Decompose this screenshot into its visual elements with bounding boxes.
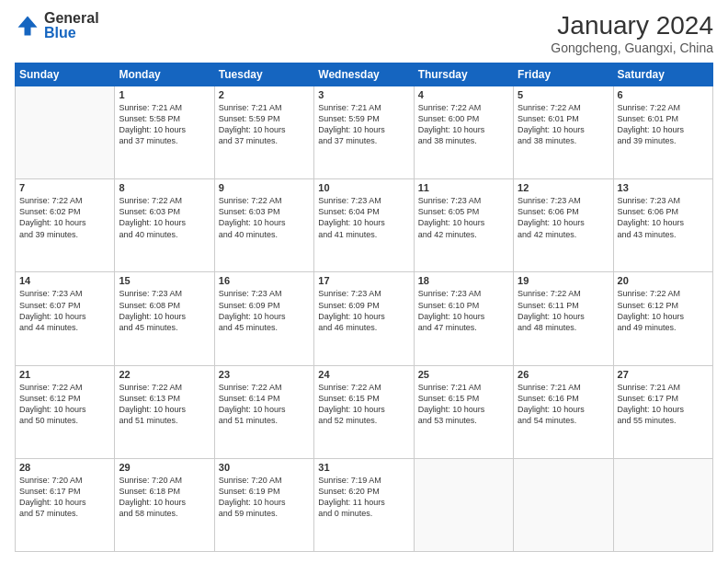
day-number: 19 bbox=[518, 275, 609, 286]
header: General Blue January 2024 Gongcheng, Gua… bbox=[15, 11, 713, 55]
day-info: Sunrise: 7:22 AM Sunset: 6:12 PM Dayligh… bbox=[19, 382, 110, 427]
day-number: 16 bbox=[219, 275, 310, 286]
day-number: 3 bbox=[318, 89, 409, 100]
day-number: 4 bbox=[418, 89, 509, 100]
day-cell: 19Sunrise: 7:22 AM Sunset: 6:11 PM Dayli… bbox=[514, 272, 613, 365]
location: Gongcheng, Guangxi, China bbox=[551, 40, 713, 55]
calendar-table: SundayMondayTuesdayWednesdayThursdayFrid… bbox=[15, 63, 713, 552]
day-cell: 27Sunrise: 7:21 AM Sunset: 6:17 PM Dayli… bbox=[613, 365, 712, 458]
col-header-sunday: Sunday bbox=[16, 63, 115, 86]
day-info: Sunrise: 7:21 AM Sunset: 6:17 PM Dayligh… bbox=[618, 382, 709, 427]
day-cell: 6Sunrise: 7:22 AM Sunset: 6:01 PM Daylig… bbox=[613, 86, 712, 179]
day-cell bbox=[613, 458, 712, 551]
day-number: 6 bbox=[618, 89, 709, 100]
day-cell: 28Sunrise: 7:20 AM Sunset: 6:17 PM Dayli… bbox=[16, 458, 115, 551]
day-number: 15 bbox=[119, 275, 210, 286]
month-year: January 2024 bbox=[551, 11, 713, 40]
day-info: Sunrise: 7:22 AM Sunset: 6:13 PM Dayligh… bbox=[119, 382, 210, 427]
week-row-1: 1Sunrise: 7:21 AM Sunset: 5:58 PM Daylig… bbox=[16, 86, 713, 179]
day-info: Sunrise: 7:20 AM Sunset: 6:17 PM Dayligh… bbox=[19, 475, 110, 520]
day-cell: 13Sunrise: 7:23 AM Sunset: 6:06 PM Dayli… bbox=[613, 179, 712, 272]
day-cell: 4Sunrise: 7:22 AM Sunset: 6:00 PM Daylig… bbox=[414, 86, 513, 179]
day-number: 27 bbox=[618, 369, 709, 380]
day-info: Sunrise: 7:21 AM Sunset: 5:58 PM Dayligh… bbox=[119, 102, 210, 147]
day-number: 11 bbox=[418, 182, 509, 193]
logo-blue-text: Blue bbox=[44, 26, 99, 40]
day-cell: 22Sunrise: 7:22 AM Sunset: 6:13 PM Dayli… bbox=[115, 365, 214, 458]
day-info: Sunrise: 7:23 AM Sunset: 6:10 PM Dayligh… bbox=[418, 288, 509, 333]
day-info: Sunrise: 7:19 AM Sunset: 6:20 PM Dayligh… bbox=[318, 475, 409, 520]
day-cell bbox=[514, 458, 613, 551]
col-header-thursday: Thursday bbox=[414, 63, 513, 86]
day-number: 12 bbox=[518, 182, 609, 193]
day-info: Sunrise: 7:22 AM Sunset: 6:03 PM Dayligh… bbox=[119, 195, 210, 240]
day-cell: 16Sunrise: 7:23 AM Sunset: 6:09 PM Dayli… bbox=[214, 272, 313, 365]
day-info: Sunrise: 7:21 AM Sunset: 5:59 PM Dayligh… bbox=[219, 102, 310, 147]
col-header-tuesday: Tuesday bbox=[214, 63, 313, 86]
page: General Blue January 2024 Gongcheng, Gua… bbox=[0, 0, 728, 563]
day-cell: 11Sunrise: 7:23 AM Sunset: 6:05 PM Dayli… bbox=[414, 179, 513, 272]
day-number: 14 bbox=[19, 275, 110, 286]
day-number: 23 bbox=[219, 369, 310, 380]
day-info: Sunrise: 7:21 AM Sunset: 6:15 PM Dayligh… bbox=[418, 382, 509, 427]
title-block: January 2024 Gongcheng, Guangxi, China bbox=[551, 11, 713, 55]
day-cell: 24Sunrise: 7:22 AM Sunset: 6:15 PM Dayli… bbox=[314, 365, 414, 458]
day-cell: 25Sunrise: 7:21 AM Sunset: 6:15 PM Dayli… bbox=[414, 365, 513, 458]
day-number: 7 bbox=[19, 182, 110, 193]
day-cell: 10Sunrise: 7:23 AM Sunset: 6:04 PM Dayli… bbox=[314, 179, 414, 272]
day-info: Sunrise: 7:22 AM Sunset: 6:14 PM Dayligh… bbox=[219, 382, 310, 427]
week-row-2: 7Sunrise: 7:22 AM Sunset: 6:02 PM Daylig… bbox=[16, 179, 713, 272]
day-cell bbox=[16, 86, 115, 179]
day-cell: 23Sunrise: 7:22 AM Sunset: 6:14 PM Dayli… bbox=[214, 365, 313, 458]
day-info: Sunrise: 7:22 AM Sunset: 6:12 PM Dayligh… bbox=[618, 288, 709, 333]
day-info: Sunrise: 7:20 AM Sunset: 6:18 PM Dayligh… bbox=[119, 475, 210, 520]
col-header-wednesday: Wednesday bbox=[314, 63, 414, 86]
day-info: Sunrise: 7:23 AM Sunset: 6:08 PM Dayligh… bbox=[119, 288, 210, 333]
day-info: Sunrise: 7:23 AM Sunset: 6:06 PM Dayligh… bbox=[518, 195, 609, 240]
day-cell bbox=[414, 458, 513, 551]
day-number: 8 bbox=[119, 182, 210, 193]
day-cell: 18Sunrise: 7:23 AM Sunset: 6:10 PM Dayli… bbox=[414, 272, 513, 365]
logo-text: General Blue bbox=[44, 11, 99, 40]
day-info: Sunrise: 7:23 AM Sunset: 6:09 PM Dayligh… bbox=[219, 288, 310, 333]
day-cell: 15Sunrise: 7:23 AM Sunset: 6:08 PM Dayli… bbox=[115, 272, 214, 365]
day-cell: 20Sunrise: 7:22 AM Sunset: 6:12 PM Dayli… bbox=[613, 272, 712, 365]
day-cell: 3Sunrise: 7:21 AM Sunset: 5:59 PM Daylig… bbox=[314, 86, 414, 179]
day-number: 30 bbox=[219, 462, 310, 473]
logo-icon bbox=[15, 13, 40, 39]
logo: General Blue bbox=[15, 11, 99, 40]
week-row-5: 28Sunrise: 7:20 AM Sunset: 6:17 PM Dayli… bbox=[16, 458, 713, 551]
day-cell: 17Sunrise: 7:23 AM Sunset: 6:09 PM Dayli… bbox=[314, 272, 414, 365]
day-info: Sunrise: 7:22 AM Sunset: 6:01 PM Dayligh… bbox=[618, 102, 709, 147]
week-row-4: 21Sunrise: 7:22 AM Sunset: 6:12 PM Dayli… bbox=[16, 365, 713, 458]
day-info: Sunrise: 7:21 AM Sunset: 6:16 PM Dayligh… bbox=[518, 382, 609, 427]
col-header-monday: Monday bbox=[115, 63, 214, 86]
day-info: Sunrise: 7:22 AM Sunset: 6:02 PM Dayligh… bbox=[19, 195, 110, 240]
day-number: 26 bbox=[518, 369, 609, 380]
col-header-friday: Friday bbox=[514, 63, 613, 86]
day-number: 29 bbox=[119, 462, 210, 473]
day-number: 31 bbox=[318, 462, 409, 473]
day-number: 21 bbox=[19, 369, 110, 380]
day-cell: 5Sunrise: 7:22 AM Sunset: 6:01 PM Daylig… bbox=[514, 86, 613, 179]
day-number: 1 bbox=[119, 89, 210, 100]
day-info: Sunrise: 7:22 AM Sunset: 6:00 PM Dayligh… bbox=[418, 102, 509, 147]
day-cell: 9Sunrise: 7:22 AM Sunset: 6:03 PM Daylig… bbox=[214, 179, 313, 272]
day-info: Sunrise: 7:21 AM Sunset: 5:59 PM Dayligh… bbox=[318, 102, 409, 147]
day-cell: 30Sunrise: 7:20 AM Sunset: 6:19 PM Dayli… bbox=[214, 458, 313, 551]
day-number: 24 bbox=[318, 369, 409, 380]
week-row-3: 14Sunrise: 7:23 AM Sunset: 6:07 PM Dayli… bbox=[16, 272, 713, 365]
day-cell: 2Sunrise: 7:21 AM Sunset: 5:59 PM Daylig… bbox=[214, 86, 313, 179]
day-number: 10 bbox=[318, 182, 409, 193]
day-info: Sunrise: 7:23 AM Sunset: 6:05 PM Dayligh… bbox=[418, 195, 509, 240]
day-info: Sunrise: 7:23 AM Sunset: 6:09 PM Dayligh… bbox=[318, 288, 409, 333]
day-info: Sunrise: 7:22 AM Sunset: 6:01 PM Dayligh… bbox=[518, 102, 609, 147]
day-number: 13 bbox=[618, 182, 709, 193]
day-info: Sunrise: 7:22 AM Sunset: 6:11 PM Dayligh… bbox=[518, 288, 609, 333]
calendar-header-row: SundayMondayTuesdayWednesdayThursdayFrid… bbox=[16, 63, 713, 86]
day-cell: 21Sunrise: 7:22 AM Sunset: 6:12 PM Dayli… bbox=[16, 365, 115, 458]
day-number: 22 bbox=[119, 369, 210, 380]
day-number: 20 bbox=[618, 275, 709, 286]
day-number: 18 bbox=[418, 275, 509, 286]
day-cell: 12Sunrise: 7:23 AM Sunset: 6:06 PM Dayli… bbox=[514, 179, 613, 272]
